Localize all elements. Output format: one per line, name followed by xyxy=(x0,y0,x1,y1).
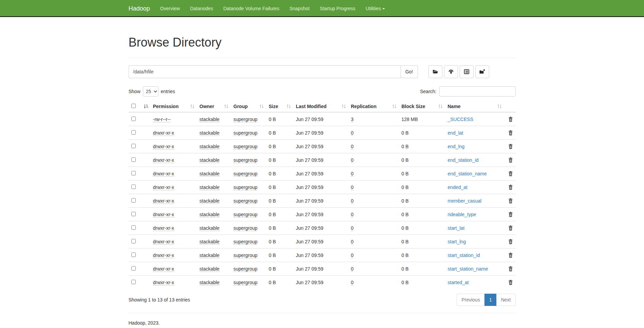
upload-file-button[interactable] xyxy=(444,65,458,78)
delete-button[interactable] xyxy=(508,117,513,122)
delete-button[interactable] xyxy=(508,280,513,285)
owner-value[interactable]: stackable xyxy=(200,239,220,245)
row-checkbox[interactable] xyxy=(131,117,136,121)
search-input[interactable] xyxy=(439,86,516,97)
owner-value[interactable]: stackable xyxy=(200,144,220,150)
replication-value[interactable]: 3 xyxy=(351,117,354,122)
delete-button[interactable] xyxy=(508,130,513,136)
replication-value[interactable]: 0 xyxy=(351,212,354,218)
permission-value[interactable]: drwxr-xr-x xyxy=(153,130,174,136)
group-value[interactable]: supergroup xyxy=(234,157,258,163)
row-checkbox[interactable] xyxy=(131,212,136,216)
permission-value[interactable]: drwxr-xr-x xyxy=(153,280,174,286)
owner-value[interactable]: stackable xyxy=(200,171,220,177)
file-name-link[interactable]: start_lat xyxy=(448,225,465,231)
file-name-link[interactable]: rideable_type xyxy=(448,212,476,217)
select-all-header[interactable] xyxy=(129,101,150,112)
directory-path-input[interactable] xyxy=(129,65,401,78)
group-value[interactable]: supergroup xyxy=(234,144,258,150)
permission-value[interactable]: drwxr-xr-x xyxy=(153,157,174,163)
nav-item-snapshot[interactable]: Snapshot xyxy=(284,0,315,17)
replication-value[interactable]: 0 xyxy=(351,157,354,163)
file-name-link[interactable]: end_lat xyxy=(448,130,463,136)
row-checkbox[interactable] xyxy=(131,280,136,284)
replication-value[interactable]: 0 xyxy=(351,198,354,204)
row-checkbox[interactable] xyxy=(131,171,136,175)
row-checkbox[interactable] xyxy=(131,266,136,271)
group-value[interactable]: supergroup xyxy=(234,117,258,122)
nav-item-datanode-volume-failures[interactable]: Datanode Volume Failures xyxy=(218,0,284,17)
nav-item-overview[interactable]: Overview xyxy=(155,0,185,17)
replication-value[interactable]: 0 xyxy=(351,144,354,150)
delete-button[interactable] xyxy=(508,157,513,163)
owner-value[interactable]: stackable xyxy=(200,280,220,286)
pagination-previous[interactable]: Previous xyxy=(457,294,484,306)
nav-item-datanodes[interactable]: Datanodes xyxy=(185,0,218,17)
permission-value[interactable]: drwxr-xr-x xyxy=(153,239,174,245)
open-folder-button[interactable] xyxy=(428,65,442,78)
replication-value[interactable]: 0 xyxy=(351,239,354,245)
file-name-link[interactable]: start_lng xyxy=(448,239,466,244)
owner-value[interactable]: stackable xyxy=(200,117,220,122)
row-checkbox[interactable] xyxy=(131,198,136,203)
file-name-link[interactable]: end_station_id xyxy=(448,157,479,163)
permission-value[interactable]: drwxr-xr-x xyxy=(153,253,174,258)
replication-value[interactable]: 0 xyxy=(351,253,354,258)
permission-value[interactable]: -rw-r--r-- xyxy=(153,117,171,122)
group-value[interactable]: supergroup xyxy=(234,280,258,286)
replication-value[interactable]: 0 xyxy=(351,171,354,177)
brand-hadoop[interactable]: Hadoop xyxy=(129,0,155,17)
row-checkbox[interactable] xyxy=(131,239,136,243)
header-replication[interactable]: Replication xyxy=(348,101,399,112)
create-directory-button[interactable] xyxy=(475,65,489,78)
replication-value[interactable]: 0 xyxy=(351,280,354,286)
delete-button[interactable] xyxy=(508,144,513,149)
file-name-link[interactable]: started_at xyxy=(448,280,469,285)
header-last-modified[interactable]: Last Modified xyxy=(293,101,348,112)
header-block-size[interactable]: Block Size xyxy=(399,101,445,112)
replication-value[interactable]: 0 xyxy=(351,185,354,190)
owner-value[interactable]: stackable xyxy=(200,157,220,163)
file-name-link[interactable]: start_station_name xyxy=(448,266,488,272)
delete-button[interactable] xyxy=(508,225,513,231)
group-value[interactable]: supergroup xyxy=(234,239,258,245)
permission-value[interactable]: drwxr-xr-x xyxy=(153,171,174,177)
row-checkbox[interactable] xyxy=(131,225,136,230)
group-value[interactable]: supergroup xyxy=(234,225,258,231)
owner-value[interactable]: stackable xyxy=(200,253,220,258)
replication-value[interactable]: 0 xyxy=(351,130,354,136)
delete-button[interactable] xyxy=(508,171,513,176)
file-name-link[interactable]: end_lng xyxy=(448,144,465,149)
header-owner[interactable]: Owner xyxy=(197,101,231,112)
nav-dropdown-utilities[interactable]: Utilities xyxy=(361,0,390,17)
list-view-button[interactable] xyxy=(460,65,474,78)
permission-value[interactable]: drwxr-xr-x xyxy=(153,212,174,218)
row-checkbox[interactable] xyxy=(131,253,136,257)
go-button[interactable]: Go! xyxy=(401,65,418,78)
row-checkbox[interactable] xyxy=(131,157,136,162)
group-value[interactable]: supergroup xyxy=(234,130,258,136)
group-value[interactable]: supergroup xyxy=(234,171,258,177)
permission-value[interactable]: drwxr-xr-x xyxy=(153,225,174,231)
row-checkbox[interactable] xyxy=(131,130,136,135)
file-name-link[interactable]: member_casual xyxy=(448,198,482,204)
replication-value[interactable]: 0 xyxy=(351,266,354,272)
delete-button[interactable] xyxy=(508,212,513,217)
header-group[interactable]: Group xyxy=(231,101,266,112)
delete-button[interactable] xyxy=(508,253,513,258)
permission-value[interactable]: drwxr-xr-x xyxy=(153,144,174,150)
group-value[interactable]: supergroup xyxy=(234,198,258,204)
page-size-select[interactable]: 25 xyxy=(143,86,159,97)
row-checkbox[interactable] xyxy=(131,144,136,148)
nav-item-startup-progress[interactable]: Startup Progress xyxy=(315,0,361,17)
permission-value[interactable]: drwxr-xr-x xyxy=(153,266,174,272)
group-value[interactable]: supergroup xyxy=(234,212,258,218)
permission-value[interactable]: drwxr-xr-x xyxy=(153,198,174,204)
delete-button[interactable] xyxy=(508,239,513,244)
file-name-link[interactable]: _SUCCESS xyxy=(448,117,473,122)
select-all-checkbox[interactable] xyxy=(131,104,136,108)
delete-button[interactable] xyxy=(508,198,513,204)
permission-value[interactable]: drwxr-xr-x xyxy=(153,185,174,190)
delete-button[interactable] xyxy=(508,266,513,272)
file-name-link[interactable]: ended_at xyxy=(448,185,467,190)
